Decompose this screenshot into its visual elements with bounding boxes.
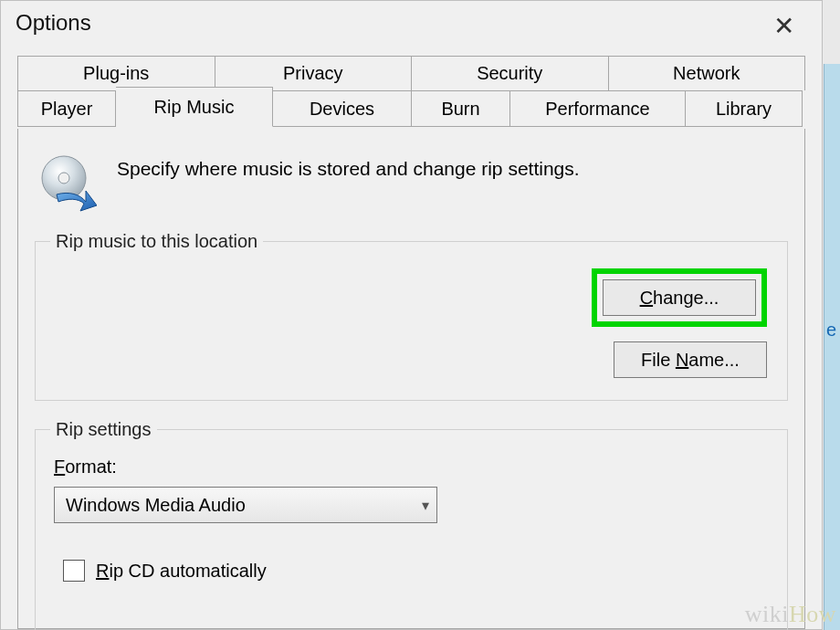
intro-text: Specify where music is stored and change…	[117, 154, 580, 180]
background-window-strip: e	[824, 64, 840, 630]
rip-auto-label: Rip CD automatically	[96, 561, 267, 582]
tab-rip-music[interactable]: Rip Music	[116, 87, 273, 127]
rip-location-group: Rip music to this location Change... Fil…	[35, 231, 788, 401]
tab-security[interactable]: Security	[412, 56, 609, 90]
rip-settings-legend: Rip settings	[50, 419, 157, 440]
tabstrip: Plug-ins Privacy Security Network Player…	[17, 56, 805, 129]
options-dialog: Options ✕ Plug-ins Privacy Security Netw…	[0, 0, 823, 630]
format-label: Format:	[54, 457, 772, 478]
tab-performance[interactable]: Performance	[510, 90, 686, 127]
rip-location-legend: Rip music to this location	[50, 231, 263, 252]
chevron-down-icon: ▾	[422, 497, 429, 514]
rip-settings-group: Rip settings Format: Windows Media Audio…	[35, 419, 788, 630]
background-letter: e	[826, 320, 836, 341]
svg-point-1	[58, 173, 69, 184]
change-button[interactable]: Change...	[603, 279, 756, 316]
tab-devices[interactable]: Devices	[273, 90, 412, 127]
file-name-button[interactable]: File Name...	[614, 341, 767, 378]
format-select[interactable]: Windows Media Audio ▾	[54, 487, 437, 523]
tab-player[interactable]: Player	[17, 90, 116, 127]
rip-auto-checkbox[interactable]	[63, 560, 85, 582]
window-title: Options	[16, 10, 91, 36]
change-button-highlight: Change...	[592, 268, 767, 327]
tab-privacy[interactable]: Privacy	[215, 56, 413, 90]
tab-network[interactable]: Network	[609, 56, 806, 90]
tab-burn[interactable]: Burn	[412, 90, 510, 127]
tab-content: Specify where music is stored and change…	[17, 129, 805, 629]
rip-auto-checkbox-row[interactable]: Rip CD automatically	[63, 560, 772, 582]
tab-library[interactable]: Library	[686, 90, 803, 127]
format-value: Windows Media Audio	[66, 495, 246, 516]
rip-cd-icon	[38, 154, 97, 213]
intro-row: Specify where music is stored and change…	[38, 154, 784, 213]
close-icon[interactable]: ✕	[761, 10, 807, 43]
tab-plugins[interactable]: Plug-ins	[17, 56, 215, 90]
titlebar: Options ✕	[1, 1, 822, 56]
